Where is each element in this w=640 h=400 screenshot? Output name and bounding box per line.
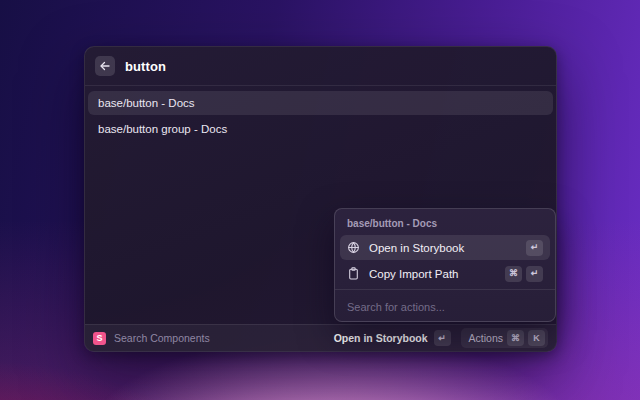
result-label: base/button group - Docs [98, 123, 227, 135]
actions-button[interactable]: Actions ⌘ K [461, 328, 548, 348]
open-in-storybook-label[interactable]: Open in Storybook [334, 332, 428, 344]
actions-popup-list: Open in Storybook ↵ Copy Import Path ⌘ ↵ [335, 233, 555, 289]
clipboard-icon [347, 267, 360, 280]
search-input[interactable] [125, 59, 546, 74]
palette-footer: S Search Components Open in Storybook ↵ … [85, 324, 556, 351]
actions-popup: base/button - Docs Open in Storybook ↵ [334, 208, 556, 322]
enter-key-badge: ↵ [526, 240, 543, 256]
actions-search-input[interactable] [347, 301, 543, 313]
actions-label: Actions [469, 332, 503, 344]
arrow-left-icon [99, 60, 111, 72]
action-label: Copy Import Path [369, 268, 458, 280]
back-button[interactable] [95, 56, 115, 76]
action-open-in-storybook[interactable]: Open in Storybook ↵ [340, 235, 550, 260]
result-row-base-button-group[interactable]: base/button group - Docs [88, 117, 553, 141]
enter-key-badge: ↵ [434, 330, 451, 346]
actions-popup-title: base/button - Docs [335, 209, 555, 233]
results-list: base/button - Docs base/button group - D… [85, 86, 556, 148]
search-header [85, 47, 556, 86]
result-label: base/button - Docs [98, 97, 195, 109]
actions-search-area [335, 289, 555, 324]
footer-actions: Open in Storybook ↵ Actions ⌘ K [334, 328, 548, 348]
cmd-key-badge: ⌘ [505, 266, 522, 282]
action-copy-import-path[interactable]: Copy Import Path ⌘ ↵ [340, 261, 550, 286]
cmd-key-badge: ⌘ [507, 330, 524, 346]
action-label: Open in Storybook [369, 242, 464, 254]
result-row-base-button[interactable]: base/button - Docs [88, 91, 553, 115]
action-key-badges: ⌘ ↵ [505, 266, 543, 282]
storybook-logo-icon: S [93, 332, 106, 345]
globe-icon [347, 241, 360, 254]
enter-key-badge: ↵ [526, 266, 543, 282]
action-key-badges: ↵ [526, 240, 543, 256]
footer-hint-label: Search Components [114, 332, 210, 344]
k-key-badge: K [528, 330, 545, 346]
